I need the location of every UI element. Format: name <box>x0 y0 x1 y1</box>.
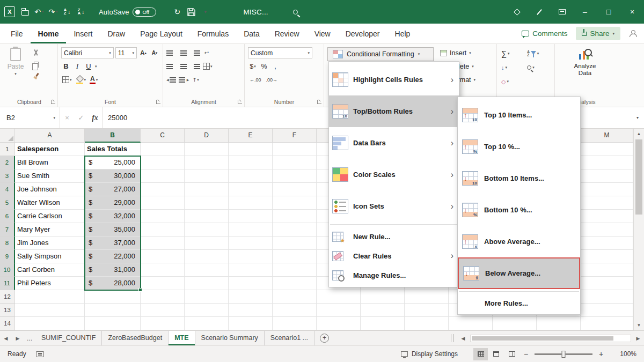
menu-item-highlight-cells-rules[interactable]: Highlight Cells Rules› <box>329 64 459 95</box>
analyze-data-button[interactable]: Analyze Data <box>561 48 609 76</box>
cell-b11[interactable]: $28,000 <box>85 277 141 290</box>
cell-a2[interactable]: Bill Brown <box>15 156 85 169</box>
share-button[interactable]: Share▾ <box>576 27 620 40</box>
search-icon[interactable] <box>289 4 303 20</box>
submenu-item-bottom-10-items[interactable]: 10Bottom 10 Items... <box>458 162 580 194</box>
cell-d2[interactable] <box>185 156 229 169</box>
cell-l14[interactable] <box>537 317 581 330</box>
bold-button[interactable]: B <box>61 61 71 72</box>
row-header-3[interactable]: 3 <box>0 169 15 183</box>
undo-icon[interactable]: ↶▾ <box>32 4 46 20</box>
cell-e1[interactable] <box>229 143 273 156</box>
cell-e11[interactable] <box>229 277 273 290</box>
cell-d14[interactable] <box>185 317 229 330</box>
row-header-10[interactable]: 10 <box>0 263 15 277</box>
menu-item-top-bottom-rules[interactable]: Top/Bottom Rules› <box>329 95 459 127</box>
cell-e7[interactable] <box>229 223 273 237</box>
cell-a12[interactable] <box>15 290 85 304</box>
cell-b8[interactable]: $37,000 <box>85 237 141 250</box>
formula-bar-expand-icon[interactable]: ▾ <box>631 115 644 120</box>
cell-e10[interactable] <box>229 263 273 277</box>
submenu-item-below-average[interactable]: x̄Below Average... <box>458 257 580 289</box>
cell-a10[interactable]: Carl Corben <box>15 263 85 277</box>
submenu-item-top-10[interactable]: %Top 10 %... <box>458 131 580 162</box>
font-dialog-launcher[interactable] <box>156 100 160 104</box>
cell-c13[interactable] <box>141 304 185 317</box>
cell-d6[interactable] <box>185 210 229 223</box>
cell-g14[interactable] <box>317 317 361 330</box>
cell-m6[interactable] <box>581 210 633 223</box>
cell-m7[interactable] <box>581 223 633 237</box>
cell-m4[interactable] <box>581 183 633 196</box>
zoom-level[interactable]: 100% <box>611 350 636 358</box>
zoom-slider-thumb[interactable] <box>562 351 566 358</box>
cell-c3[interactable] <box>141 169 185 183</box>
comma-style-button[interactable]: , <box>270 61 280 72</box>
whiteboard-icon[interactable] <box>510 4 524 20</box>
cell-a4[interactable]: Joe Johnson <box>15 183 85 196</box>
autosave-switch[interactable]: Off <box>133 8 156 17</box>
cell-d10[interactable] <box>185 263 229 277</box>
cell-f12[interactable] <box>273 290 317 304</box>
cell-b13[interactable] <box>85 304 141 317</box>
vertical-scroll-thumb[interactable] <box>635 139 642 215</box>
accessibility-button[interactable] <box>36 351 44 357</box>
cell-m10[interactable] <box>581 263 633 277</box>
tab-page-layout[interactable]: Page Layout <box>133 24 190 43</box>
cell-m2[interactable] <box>581 156 633 169</box>
sort-descending-icon[interactable]: ZA↓ <box>74 4 88 20</box>
align-bottom-button[interactable] <box>190 49 200 57</box>
column-header-d[interactable]: D <box>185 129 229 143</box>
cell-b10[interactable]: $31,000 <box>85 263 141 277</box>
cell-d5[interactable] <box>185 196 229 210</box>
cell-d12[interactable] <box>185 290 229 304</box>
alignment-dialog-launcher[interactable] <box>238 100 242 104</box>
row-header-12[interactable]: 12 <box>0 290 15 304</box>
menu-item-new-rule[interactable]: New Rule... <box>329 227 459 246</box>
cell-g13[interactable] <box>317 304 361 317</box>
cell-e3[interactable] <box>229 169 273 183</box>
align-left-button[interactable] <box>166 62 177 71</box>
submenu-item-bottom-10[interactable]: %Bottom 10 %... <box>458 194 580 226</box>
submenu-item-more-rules[interactable]: More Rules... <box>458 294 580 312</box>
people-button[interactable] <box>629 30 636 37</box>
cell-f7[interactable] <box>273 223 317 237</box>
cell-e13[interactable] <box>229 304 273 317</box>
cell-c7[interactable] <box>141 223 185 237</box>
row-header-14[interactable]: 14 <box>0 317 15 330</box>
cell-e8[interactable] <box>229 237 273 250</box>
cell-m5[interactable] <box>581 196 633 210</box>
cell-d3[interactable] <box>185 169 229 183</box>
cell-b7[interactable]: $35,000 <box>85 223 141 237</box>
cell-b4[interactable]: $27,000 <box>85 183 141 196</box>
tab-view[interactable]: View <box>307 24 338 43</box>
tab-developer[interactable]: Developer <box>338 24 387 43</box>
horizontal-scroll-thumb[interactable] <box>472 336 613 341</box>
sheet-tab-sumif-countif[interactable]: SUMIF_COUNTIF <box>35 331 102 345</box>
sort-filter-button[interactable]: AZ ▾ <box>527 48 550 60</box>
column-header-f[interactable]: F <box>273 129 317 143</box>
tab-splitter[interactable] <box>451 334 453 342</box>
wrap-text-button[interactable]: ↩ <box>202 48 211 58</box>
menu-item-manage-rules[interactable]: Manage Rules... <box>329 265 459 285</box>
increase-font-button[interactable]: A▴ <box>138 48 148 58</box>
cell-c6[interactable] <box>141 210 185 223</box>
number-dialog-launcher[interactable] <box>317 100 321 104</box>
tab-home[interactable]: Home <box>31 24 67 43</box>
fill-handle[interactable] <box>138 288 142 292</box>
cell-h13[interactable] <box>361 304 405 317</box>
name-box[interactable]: B2 ▾ <box>0 107 60 128</box>
cell-m11[interactable] <box>581 277 633 290</box>
clipboard-dialog-launcher[interactable] <box>51 100 55 104</box>
sheet-overflow-button[interactable]: ... <box>24 335 35 342</box>
cell-c4[interactable] <box>141 183 185 196</box>
cell-d4[interactable] <box>185 183 229 196</box>
sheet-tab-zerobasedbudget[interactable]: ZeroBasedBudget <box>102 331 169 345</box>
row-header-2[interactable]: 2 <box>0 156 15 169</box>
column-header-c[interactable]: C <box>141 129 185 143</box>
sheet-tab-mte[interactable]: MTE <box>169 331 195 345</box>
cell-d11[interactable] <box>185 277 229 290</box>
row-header-4[interactable]: 4 <box>0 183 15 196</box>
cell-m9[interactable] <box>581 250 633 263</box>
cell-b12[interactable] <box>85 290 141 304</box>
